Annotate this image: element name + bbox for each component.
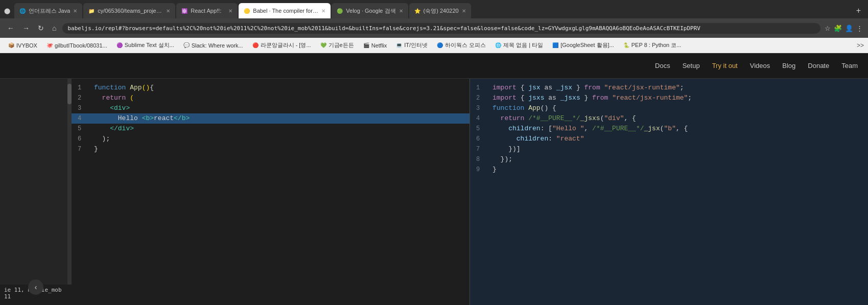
back-button[interactable]: ← bbox=[5, 23, 16, 33]
tab-bar: ⬤ 🌐언더프레스 Java✕📁cy/065360/teams_project: … bbox=[0, 0, 868, 18]
nav-link-videos[interactable]: Videos bbox=[750, 62, 770, 69]
right-code-area: 1import { jsx as _jsx } from "react/jsx-… bbox=[470, 79, 868, 305]
bookmark-favicon: 🟦 bbox=[552, 42, 558, 48]
code-line: 1function App(){ bbox=[72, 83, 470, 93]
right-editor-pane: 1import { jsx as _jsx } from "react/jsx-… bbox=[470, 79, 868, 305]
right-line-number: 4 bbox=[476, 113, 486, 124]
tab-close-button[interactable]: ✕ bbox=[462, 8, 466, 14]
right-code-line: 2import { jsxs as _jsxs } from "react/js… bbox=[470, 93, 868, 103]
refresh-button[interactable]: ↻ bbox=[36, 23, 46, 33]
bookmark-title: gilbutITbook/08031... bbox=[55, 42, 107, 49]
browser-chrome: ⬤ 🌐언더프레스 Java✕📁cy/065360/teams_project: … bbox=[0, 0, 868, 53]
nav-link-blog[interactable]: Blog bbox=[782, 62, 795, 69]
line-content: <div> bbox=[94, 103, 130, 113]
address-input[interactable] bbox=[62, 23, 820, 34]
site-nav: Docs Setup Try it out Videos Blog Donate… bbox=[655, 62, 858, 69]
nav-link-donate[interactable]: Donate bbox=[808, 62, 829, 69]
bookmark-item[interactable]: 🔴라쿤앙글라시 - [영... bbox=[248, 40, 315, 50]
bookmark-title: Netflix bbox=[371, 42, 387, 49]
tab-close-button[interactable]: ✕ bbox=[73, 8, 77, 14]
address-actions: ☆ 🧩 👤 ⋮ bbox=[825, 25, 863, 32]
browser-tab[interactable]: 🟡Babel · The compiler for Next ...✕ bbox=[239, 3, 331, 18]
right-line-number: 9 bbox=[476, 165, 486, 175]
code-line: 5 </div> bbox=[72, 124, 470, 134]
left-editor-pane[interactable]: 1function App(){2 return (3 <div>4 Hello… bbox=[72, 79, 470, 305]
right-line-content: children: "react" bbox=[492, 134, 584, 144]
bookmark-title: 제목 없음 | 타일 bbox=[503, 41, 543, 49]
bookmark-star-icon[interactable]: ☆ bbox=[825, 25, 831, 32]
tab-close-button[interactable]: ✕ bbox=[166, 8, 170, 14]
right-code-line: 7 })] bbox=[470, 144, 868, 154]
tab-close-button[interactable]: ✕ bbox=[321, 8, 325, 14]
bookmarks-more-button[interactable]: >> bbox=[857, 42, 864, 49]
bookmark-item[interactable]: 📦IVYBOX bbox=[4, 40, 41, 50]
bookmark-item[interactable]: 🎬Netflix bbox=[359, 40, 391, 50]
browser-tab[interactable]: 📁cy/065360/teams_project: 컴...✕ bbox=[83, 3, 175, 18]
bookmark-item[interactable]: 🌐제목 없음 | 타일 bbox=[491, 40, 547, 50]
mini-scrollbar[interactable] bbox=[67, 79, 72, 305]
line-number: 3 bbox=[78, 103, 88, 113]
bookmark-title: IVYBOX bbox=[16, 42, 37, 49]
line-number: 5 bbox=[78, 124, 88, 134]
browser-tab[interactable]: ⭐(숙영) 240220✕ bbox=[409, 3, 471, 18]
extensions-icon[interactable]: 🧩 bbox=[834, 25, 842, 32]
line-number: 7 bbox=[78, 144, 88, 154]
bookmark-item[interactable]: 🐍PEP 8 : Python 코... bbox=[619, 40, 686, 50]
new-tab-button[interactable]: + bbox=[853, 6, 864, 15]
code-line: 6 ); bbox=[72, 134, 470, 144]
bookmark-title: Sublime Text 설치... bbox=[125, 41, 174, 49]
line-content: Hello <b>react</b> bbox=[94, 113, 190, 124]
collapse-button[interactable]: ‹ bbox=[28, 279, 43, 295]
home-button[interactable]: ⌂ bbox=[50, 23, 58, 33]
tab-title: (숙영) 240220 bbox=[424, 7, 459, 15]
line-number: 6 bbox=[78, 134, 88, 144]
right-line-content: }); bbox=[492, 154, 512, 165]
tab-favicon: 📁 bbox=[88, 8, 95, 14]
right-line-content: children: ["Hello ", /*#__PURE__*/_jsx("… bbox=[492, 124, 688, 134]
bookmark-item[interactable]: 🟣Sublime Text 설치... bbox=[112, 40, 178, 50]
right-line-content: function App() { bbox=[492, 103, 556, 113]
right-code-line: 4 return /*#__PURE__*/_jsxs("div", { bbox=[470, 113, 868, 124]
code-line: 7} bbox=[72, 144, 470, 154]
bookmark-item[interactable]: 🔵하이웍스 오피스 bbox=[433, 40, 490, 50]
tab-close-button[interactable]: ✕ bbox=[228, 8, 232, 14]
tab-close-button[interactable]: ✕ bbox=[399, 8, 403, 14]
address-bar: ← → ↻ ⌂ ☆ 🧩 👤 ⋮ bbox=[0, 18, 868, 38]
bookmark-item[interactable]: 💬Slack: Where work... bbox=[179, 40, 247, 50]
right-line-number: 6 bbox=[476, 134, 486, 144]
forward-button[interactable]: → bbox=[20, 23, 32, 33]
bookmark-favicon: 🐍 bbox=[623, 42, 629, 48]
right-code-line: 3function App() { bbox=[470, 103, 868, 113]
nav-link-try-it-out[interactable]: Try it out bbox=[712, 62, 738, 69]
bookmark-item[interactable]: 🐙gilbutITbook/08031... bbox=[42, 40, 111, 50]
nav-link-docs[interactable]: Docs bbox=[655, 62, 670, 69]
right-code-line: 6 children: "react" bbox=[470, 134, 868, 144]
profile-icon[interactable]: 👤 bbox=[845, 25, 853, 32]
browser-tab[interactable]: 🌐언더프레스 Java✕ bbox=[14, 3, 82, 18]
browser-tab[interactable]: ⚛️React App!!:✕ bbox=[176, 3, 238, 18]
browser-tab[interactable]: 🟢Velog · Google 검색✕ bbox=[332, 3, 408, 18]
bookmark-title: 라쿤앙글라시 - [영... bbox=[261, 41, 311, 49]
left-code-area[interactable]: 1function App(){2 return (3 <div>4 Hello… bbox=[72, 79, 470, 305]
right-line-content: return /*#__PURE__*/_jsxs("div", { bbox=[492, 113, 636, 124]
bookmark-item[interactable]: 💻IT/인터넷 bbox=[392, 40, 432, 50]
bookmark-favicon: 🌐 bbox=[495, 42, 501, 48]
bookmark-title: 기금e든든 bbox=[329, 41, 354, 49]
right-line-number: 2 bbox=[476, 93, 486, 103]
line-content: </div> bbox=[94, 124, 134, 134]
bookmark-item[interactable]: 🟦[GoogleSheet 활용]... bbox=[548, 40, 618, 50]
right-line-number: 8 bbox=[476, 154, 486, 165]
menu-icon[interactable]: ⋮ bbox=[856, 25, 863, 32]
bookmark-title: [GoogleSheet 활용]... bbox=[560, 41, 614, 49]
nav-link-team[interactable]: Team bbox=[841, 62, 858, 69]
tab-title: cy/065360/teams_project: 컴... bbox=[98, 7, 163, 15]
bookmark-title: 하이웍스 오피스 bbox=[445, 41, 486, 49]
line-number: 4 bbox=[78, 113, 88, 124]
right-line-content: import { jsxs as _jsxs } from "react/jsx… bbox=[492, 93, 692, 103]
chrome-icon: ⬤ bbox=[4, 8, 10, 14]
bookmark-item[interactable]: 💚기금e든든 bbox=[316, 40, 358, 50]
nav-link-setup[interactable]: Setup bbox=[683, 62, 700, 69]
right-line-content: } bbox=[492, 165, 497, 175]
bookmark-favicon: 💻 bbox=[396, 42, 402, 48]
right-line-number: 5 bbox=[476, 124, 486, 134]
